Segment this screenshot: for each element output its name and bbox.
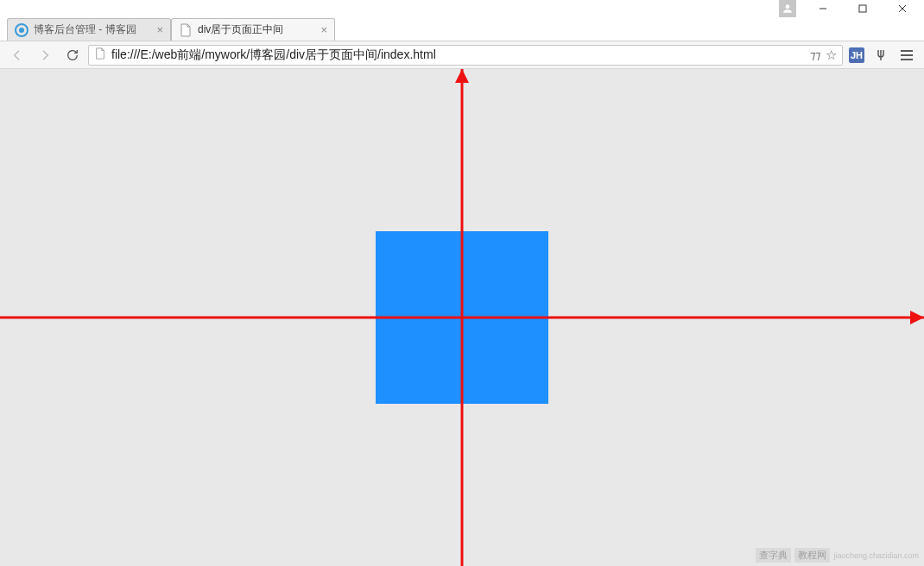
back-button[interactable] (5, 44, 29, 66)
browser-tab-1[interactable]: div居于页面正中间 × (171, 18, 335, 41)
reload-button[interactable] (60, 44, 85, 66)
page-viewport: 查字典 教程网 jiaocheng.chazidian.com (0, 69, 924, 566)
tab-title: div居于页面正中间 (198, 22, 315, 37)
tab-title: 博客后台管理 - 博客园 (34, 22, 151, 37)
window-minimize-button[interactable] (803, 0, 843, 17)
user-icon[interactable] (779, 0, 796, 17)
forward-button[interactable] (33, 44, 57, 66)
url-text: file:///E:/web前端/mywork/博客园/div居于页面中间/in… (111, 47, 805, 63)
toolbar: file:///E:/web前端/mywork/博客园/div居于页面中间/in… (0, 41, 924, 69)
translate-icon[interactable]: ⁊⁊ (810, 48, 820, 61)
window-maximize-button[interactable] (843, 0, 883, 17)
tab-strip: 博客后台管理 - 博客园 × div居于页面正中间 × (0, 17, 924, 41)
page-icon (94, 47, 106, 62)
svg-point-5 (19, 28, 24, 33)
extension-pitchfork[interactable] (870, 45, 891, 66)
cnblogs-favicon-icon (15, 23, 28, 37)
bookmark-star-icon[interactable]: ☆ (826, 47, 837, 63)
svg-rect-1 (859, 5, 866, 12)
window-close-button[interactable] (883, 0, 922, 17)
watermark-label-1: 查字典 (756, 548, 791, 563)
watermark: 查字典 教程网 jiaocheng.chazidian.com (756, 548, 919, 563)
arrow-right-icon (910, 311, 924, 324)
watermark-label-2: 教程网 (794, 548, 830, 563)
extension-jh[interactable]: JH (846, 45, 867, 66)
file-favicon-icon (179, 23, 193, 37)
watermark-url: jiaocheng.chazidian.com (833, 551, 919, 560)
hamburger-icon (901, 54, 913, 56)
window-titlebar (0, 0, 924, 17)
tab-close-icon[interactable]: × (320, 24, 327, 35)
address-bar[interactable]: file:///E:/web前端/mywork/博客园/div居于页面中间/in… (88, 45, 843, 66)
jh-icon: JH (849, 47, 864, 63)
chrome-menu-button[interactable] (895, 44, 919, 66)
arrow-up-icon (455, 69, 469, 83)
horizontal-axis (0, 317, 924, 319)
browser-tab-0[interactable]: 博客后台管理 - 博客园 × (7, 18, 171, 41)
new-tab-button[interactable] (340, 23, 361, 41)
tab-close-icon[interactable]: × (156, 24, 163, 35)
